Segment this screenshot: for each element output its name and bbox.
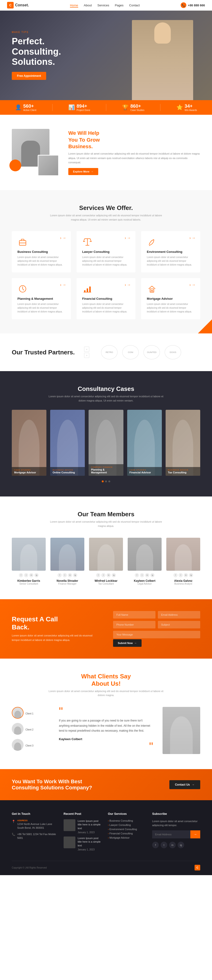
case-card-0[interactable]: CASE STUDIES Mortgage Advisor [12,410,46,476]
footer-post-0[interactable]: Lorem Ipsum post title here is a simple … [64,819,101,834]
stat-clients-number: 560+ [23,103,37,109]
case-card-3[interactable]: CASE STUDIES Financial Advisor [127,410,162,476]
brand-logo[interactable]: C Conset. [7,2,29,8]
about-explore-button[interactable]: Explore More → [68,168,98,175]
footer-copyright: Copyright © | All Rights Reserved [12,866,47,869]
team-li-1[interactable]: in [68,573,72,577]
footer-service-link-1[interactable]: Lawyer Consulting [108,824,145,826]
footer-col1-title: Get In Touch [12,812,57,816]
footer-subscribe-button[interactable]: → [190,830,200,838]
team-li-0[interactable]: in [29,573,33,577]
callback-body: Lorem ipsum dolor sit amet consectetur a… [12,633,99,642]
team-tw-2[interactable]: t [101,573,105,577]
services-title: Services We Offer. [12,204,200,212]
case-card-1[interactable]: BUSINESS ADVICE Online Consulting [50,410,85,476]
stat-awards: ⭐ 34+ Win Awards [177,103,197,111]
case-dot-2[interactable] [108,480,110,482]
service-card-environment[interactable]: › Environment Consulting Lorem ipsum dol… [141,231,200,272]
nav-services[interactable]: Services [97,3,109,7]
stat-projects-number: 894+ [77,103,90,109]
testimonial-thumb-1[interactable]: Client 2 [12,723,49,737]
callback-submit-button[interactable]: Submit Now → [113,639,142,647]
nav-phone[interactable]: 📞 +86 888 666 [181,2,205,8]
stat-awards-icon: ⭐ [177,104,183,110]
testimonial-thumb-2[interactable]: Client 3 [12,739,49,752]
footer-bottom: Copyright © | All Rights Reserved C [12,861,200,870]
footer-service-link-4[interactable]: Mortgage Advisor [108,836,145,839]
team-fb-4[interactable]: f [174,573,178,577]
callback-right: Submit Now → [113,611,200,647]
team-tw-1[interactable]: t [63,573,67,577]
cta-contact-button[interactable]: Contact Us → [169,780,200,789]
testimonial-thumb-0[interactable]: Client 1 [12,707,49,721]
team-ig-3[interactable]: ig [150,573,155,577]
footer-instagram-button[interactable]: ig [178,842,184,848]
team-fb-1[interactable]: f [57,573,62,577]
footer-linkedin-button[interactable]: in [169,842,176,848]
service-card-lawyer[interactable]: › Lawyer Consulting Lorem ipsum dolor si… [77,231,135,272]
team-tw-0[interactable]: t [24,573,28,577]
team-tw-3[interactable]: t [140,573,144,577]
team-ig-4[interactable]: ig [189,573,193,577]
case-card-4[interactable]: BUSINESS ADVICE Tax Consulting [166,410,200,476]
stat-clients: 👤 560+ Active Client [15,103,37,111]
footer-twitter-button[interactable]: t [161,842,167,848]
callback-message-input[interactable] [113,631,200,638]
service-card-business[interactable]: › Business Consulting Lorem ipsum dolor … [12,231,71,272]
team-li-3[interactable]: in [145,573,149,577]
team-ig-2[interactable]: ig [112,573,116,577]
callback-section: Request A Call Back. Lorem ipsum dolor s… [0,599,212,659]
service-card-mortgage[interactable]: › Mortgage Advisor Lorem ipsum dolor sit… [141,278,200,319]
hero-cta-button[interactable]: Free Appointment [12,72,46,80]
stats-bar: 👤 560+ Active Client 📊 894+ Project Done… [0,100,212,115]
partner-prev-button[interactable]: ‹ [84,347,89,352]
case-image-1 [50,410,85,476]
callback-email-input[interactable] [158,611,200,619]
case-card-2[interactable]: COMPANY FINANCE Planning & Management [89,410,123,476]
service-icon-chart [82,284,92,294]
footer-post-1[interactable]: Lorem Ipsum post title here is a simple … [64,837,101,851]
testimonials-thumbs: Client 1 Client 2 Client 3 [12,707,49,755]
partner-next-button[interactable]: › [84,353,89,358]
footer-service-link-0[interactable]: Business Consulting [108,819,145,822]
nav-about[interactable]: About [84,3,92,7]
team-fb-0[interactable]: f [19,573,23,577]
about-orange-circle [10,159,21,171]
service-icon-home [147,284,157,294]
cases-title: Consultancy Cases [12,385,200,393]
nav-pages[interactable]: Pages [115,3,123,7]
service-card-financial[interactable]: › Financial Consulting Lorem ipsum dolor… [77,278,135,319]
partner-logo-3: DOXIS [165,345,181,360]
callback-name-input[interactable] [113,611,155,619]
nav-contact[interactable]: Contact [129,3,140,7]
testimonial-author: Kayleen Colbert [59,737,153,741]
team-li-2[interactable]: in [107,573,111,577]
team-fb-3[interactable]: f [135,573,139,577]
partners-section: Our Trusted Partners. ‹ › RETRO CONI OUN… [0,333,212,371]
team-photo-1 [50,538,84,571]
callback-subject-input[interactable] [158,621,200,628]
case-dot-1[interactable] [105,480,107,482]
footer-subscribe-input[interactable] [152,830,190,838]
stat-clients-label: Active Client [23,109,37,111]
footer-service-link-3[interactable]: Financial Consulting [108,832,145,835]
phone-number: +86 888 666 [188,3,205,7]
testimonials-header: What Clients Say About Us! Lorem ipsum d… [12,673,200,697]
service-name-2: Environment Consulting [147,250,194,253]
case-image-0 [12,410,46,476]
testimonial-avatar-0 [12,707,24,719]
callback-phone-input[interactable] [113,621,155,628]
team-ig-0[interactable]: ig [34,573,38,577]
service-card-planning[interactable]: › Planning & Management Lorem ipsum dolo… [12,278,71,319]
footer-facebook-button[interactable]: f [152,842,159,848]
team-name-3: Kayleen Colbert [128,579,162,582]
case-dot-0[interactable] [102,480,104,482]
team-li-4[interactable]: in [184,573,188,577]
case-person-1 [50,410,85,476]
team-fb-2[interactable]: f [96,573,100,577]
services-section: Services We Offer. Lorem ipsum dolor sit… [0,190,212,333]
team-tw-4[interactable]: t [179,573,183,577]
nav-home[interactable]: Home [70,3,78,8]
team-ig-1[interactable]: ig [73,573,77,577]
footer-service-link-2[interactable]: Environment Consulting [108,828,145,830]
